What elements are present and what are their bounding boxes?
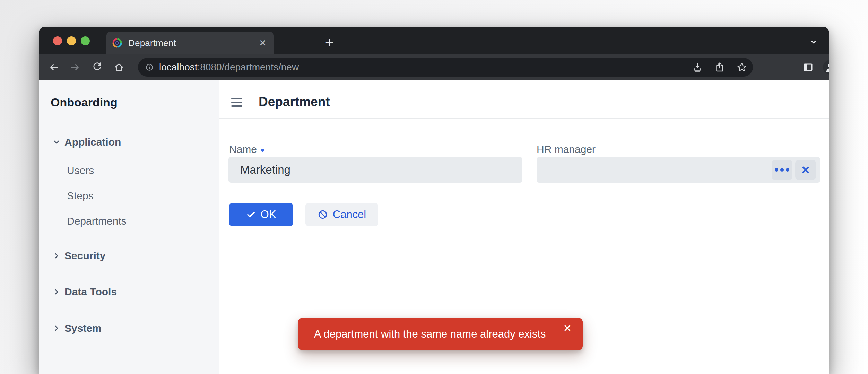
chevron-down-icon <box>52 138 61 147</box>
name-label-text: Name <box>229 143 257 155</box>
address-bar[interactable]: localhost:8080/departments/new <box>138 58 753 77</box>
profile-avatar[interactable] <box>823 60 829 75</box>
page-title: Department <box>259 95 330 109</box>
page-content: Onboarding Application Users Steps Depar… <box>39 80 829 374</box>
url-path: :8080/departments/new <box>198 62 299 72</box>
clear-value-icon[interactable] <box>795 160 816 180</box>
app-sidebar: Onboarding Application Users Steps Depar… <box>39 80 219 374</box>
required-indicator <box>261 149 264 152</box>
menu-toggle-icon[interactable] <box>231 96 243 108</box>
jmix-favicon <box>111 37 123 49</box>
site-info-icon[interactable] <box>144 62 155 72</box>
error-toast: A department with the same name already … <box>298 318 583 350</box>
toast-message: A department with the same name already … <box>314 318 546 350</box>
hr-manager-field <box>537 157 820 183</box>
ok-button[interactable]: OK <box>229 203 293 226</box>
close-icon[interactable]: ✕ <box>561 321 574 335</box>
minimize-window-button[interactable] <box>67 36 76 45</box>
sidebar-item-label: Departments <box>67 215 127 227</box>
sidebar-item-security[interactable]: Security <box>39 249 219 263</box>
sidebar-item-users[interactable]: Users <box>39 164 219 177</box>
forward-icon[interactable] <box>69 61 81 73</box>
new-tab-button[interactable]: + <box>322 35 337 51</box>
tab-title: Department <box>128 38 257 49</box>
sidebar-item-label: Security <box>64 250 105 262</box>
ban-icon <box>318 209 328 220</box>
address-bar-actions <box>691 61 753 73</box>
bookmark-star-icon[interactable] <box>736 61 748 73</box>
name-input[interactable] <box>228 157 522 183</box>
ok-button-label: OK <box>261 208 276 221</box>
home-icon[interactable] <box>113 61 125 73</box>
sidebar-item-label: Users <box>67 165 94 176</box>
browser-toolbar: localhost:8080/departments/new <box>39 54 829 80</box>
browser-tab[interactable]: Department ✕ <box>106 32 274 54</box>
chevron-right-icon <box>52 287 61 296</box>
window-controls <box>53 36 90 45</box>
url-text: localhost:8080/departments/new <box>159 62 299 73</box>
check-icon <box>246 210 256 219</box>
chevron-right-icon <box>52 324 61 333</box>
cancel-button[interactable]: Cancel <box>305 203 378 226</box>
close-window-button[interactable] <box>53 36 62 45</box>
chevron-right-icon <box>52 251 61 260</box>
url-host: localhost <box>159 62 198 72</box>
tab-search-chevron-icon[interactable] <box>806 36 821 49</box>
sidebar-item-departments[interactable]: Departments <box>39 214 219 228</box>
hr-manager-label-text: HR manager <box>537 143 596 155</box>
lookup-ellipsis-icon[interactable] <box>772 160 792 180</box>
name-label: Name <box>229 143 264 156</box>
app-title: Onboarding <box>51 95 118 109</box>
back-icon[interactable] <box>47 61 60 73</box>
download-icon[interactable] <box>691 61 704 73</box>
reload-icon[interactable] <box>91 61 103 73</box>
sidebar-item-system[interactable]: System <box>39 321 219 335</box>
sidebar-item-label: Steps <box>67 190 94 202</box>
sidebar-item-label: System <box>64 322 102 334</box>
main-panel: Department Name HR manager <box>219 80 829 374</box>
tab-strip: Department ✕ + <box>39 27 829 54</box>
sidebar-item-steps[interactable]: Steps <box>39 189 219 203</box>
sidebar-item-label: Application <box>64 136 121 148</box>
hr-manager-actions <box>772 160 816 180</box>
side-panel-icon[interactable] <box>802 61 814 73</box>
header-divider <box>219 118 829 119</box>
browser-window: Department ✕ + localhost:8080/department… <box>39 27 829 374</box>
share-icon[interactable] <box>713 61 726 73</box>
hr-manager-label: HR manager <box>537 143 596 156</box>
ellipsis-icon <box>775 168 789 172</box>
tab-close-icon[interactable]: ✕ <box>257 37 269 49</box>
sidebar-item-data-tools[interactable]: Data Tools <box>39 285 219 299</box>
sidebar-item-application[interactable]: Application <box>39 135 219 149</box>
sidebar-item-label: Data Tools <box>64 286 117 298</box>
zoom-window-button[interactable] <box>81 36 90 45</box>
cancel-button-label: Cancel <box>333 208 366 221</box>
